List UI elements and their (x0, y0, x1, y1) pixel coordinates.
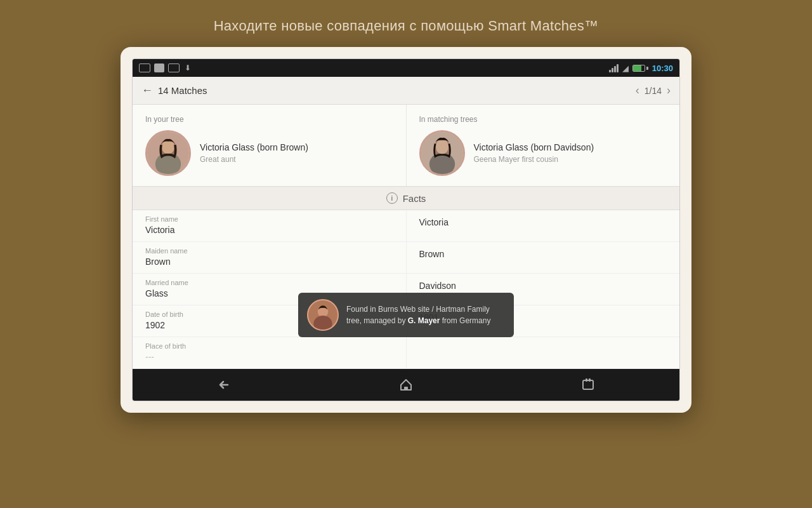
status-bar: ⬇ ◢ 10:30 (133, 59, 679, 77)
right-avatar-image (421, 132, 463, 174)
home-nav-icon (397, 376, 415, 394)
persons-row: In your tree (133, 105, 679, 186)
nav-back-button[interactable] (205, 372, 243, 398)
popup-text: Found in Burns Web site / Hartman Family… (346, 304, 505, 326)
match-popup: Found in Burns Web site / Hartman Family… (298, 293, 514, 337)
prev-match-button[interactable]: ‹ (636, 84, 639, 97)
download-icon: ⬇ (183, 64, 192, 72)
svg-point-7 (435, 139, 448, 154)
signal-icon (609, 64, 619, 72)
facts-table: First name Victoria Victoria Maiden name… (133, 210, 679, 369)
svg-rect-13 (586, 378, 587, 382)
svg-rect-14 (589, 378, 591, 382)
main-content: In your tree (133, 105, 679, 369)
popup-avatar (307, 299, 339, 331)
left-person-name: Victoria Glass (born Brown) (200, 142, 308, 152)
fact-cell-firstname-right: Victoria (407, 210, 680, 241)
left-person-details: Victoria Glass (born Brown) Great aunt (200, 142, 308, 164)
facts-icon-label: i (391, 194, 393, 202)
popup-avatar-image (308, 300, 337, 330)
recents-nav-icon (579, 376, 597, 394)
fact-value-married-right: Davidson (419, 281, 667, 291)
right-avatar (419, 130, 465, 176)
fact-row-maiden: Maiden name Brown Brown (133, 242, 679, 274)
fact-row-pob: Place of birth --- (133, 337, 679, 369)
right-person-info: Victoria Glass (born Davidson) Geena May… (419, 130, 594, 176)
left-section-label: In your tree (145, 115, 184, 124)
nav-right: ‹ 1/14 › (636, 84, 671, 97)
status-time: 10:30 (652, 64, 673, 73)
nav-bar: ← 14 Matches ‹ 1/14 › (133, 77, 679, 105)
grid-icon (168, 64, 180, 72)
fact-label-firstname: First name (145, 215, 393, 223)
svg-rect-12 (583, 380, 593, 389)
wifi-icon: ◢ (622, 64, 629, 73)
fact-cell-maiden-left: Maiden name Brown (133, 242, 407, 273)
nav-recents-button[interactable] (569, 372, 607, 398)
left-avatar (145, 130, 191, 176)
screen-icon (139, 64, 150, 72)
device-screen: ⬇ ◢ 10:30 ← 14 Matches (132, 58, 680, 401)
facts-info-icon: i (386, 192, 398, 204)
right-person-details: Victoria Glass (born Davidson) Geena May… (474, 142, 594, 164)
fact-cell-pob-left: Place of birth --- (133, 337, 407, 368)
device-frame: ⬇ ◢ 10:30 ← 14 Matches (121, 47, 691, 413)
battery-icon (632, 65, 648, 72)
fact-label-married: Married name (145, 279, 393, 286)
fact-value-firstname-left: Victoria (145, 225, 393, 235)
match-counter: 1/14 (645, 86, 662, 96)
page-headline: Находите новые совпадения с помощью Smar… (214, 18, 599, 34)
nav-home-button[interactable] (387, 372, 425, 398)
back-nav-icon (215, 378, 233, 392)
back-button[interactable]: ← (141, 84, 153, 97)
fact-label-maiden: Maiden name (145, 247, 393, 255)
fact-cell-pob-right (407, 337, 680, 368)
left-person-relation: Great aunt (200, 155, 308, 164)
nav-left: ← 14 Matches (141, 84, 207, 97)
right-person-relation: Geena Mayer first cousin (474, 155, 594, 164)
left-person-info: Victoria Glass (born Brown) Great aunt (145, 130, 308, 176)
fact-value-maiden-right: Brown (419, 249, 667, 259)
fact-cell-firstname-left: First name Victoria (133, 210, 407, 241)
fact-label-pob: Place of birth (145, 342, 393, 350)
fact-row-firstname: First name Victoria Victoria (133, 210, 679, 242)
left-person-card: In your tree (133, 105, 407, 186)
status-icons-left: ⬇ (139, 64, 192, 72)
fact-value-pob-left: --- (145, 352, 393, 362)
facts-header: i Facts (133, 186, 679, 210)
fact-value-maiden-left: Brown (145, 257, 393, 267)
right-person-name: Victoria Glass (born Davidson) (474, 142, 594, 152)
right-person-card: In matching trees (407, 105, 680, 186)
bottom-nav (133, 369, 679, 401)
left-avatar-image (147, 132, 189, 174)
next-match-button[interactable]: › (667, 84, 671, 97)
image-icon (154, 64, 164, 72)
status-icons-right: ◢ 10:30 (609, 64, 673, 73)
facts-label: Facts (403, 193, 426, 204)
nav-title: 14 Matches (158, 85, 207, 96)
fact-value-firstname-right: Victoria (419, 217, 667, 227)
popup-manager: G. Mayer (408, 316, 440, 325)
svg-rect-11 (404, 387, 408, 390)
fact-cell-maiden-right: Brown (407, 242, 680, 273)
right-section-label: In matching trees (419, 115, 478, 124)
